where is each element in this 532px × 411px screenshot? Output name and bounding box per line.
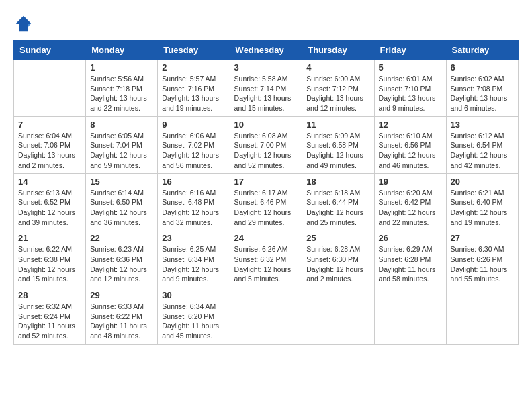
- day-info: Sunrise: 6:32 AM Sunset: 6:24 PM Dayligh…: [18, 302, 81, 341]
- day-number: 9: [162, 120, 225, 130]
- calendar-cell: 30Sunrise: 6:34 AM Sunset: 6:20 PM Dayli…: [158, 287, 230, 345]
- day-number: 15: [90, 177, 153, 187]
- calendar-cell: 29Sunrise: 6:33 AM Sunset: 6:22 PM Dayli…: [86, 287, 158, 345]
- page-header: [13, 13, 519, 34]
- day-number: 25: [306, 233, 369, 243]
- day-number: 3: [234, 62, 298, 73]
- calendar-cell: 25Sunrise: 6:28 AM Sunset: 6:30 PM Dayli…: [302, 230, 374, 287]
- day-info: Sunrise: 6:34 AM Sunset: 6:20 PM Dayligh…: [162, 302, 225, 341]
- logo: [13, 13, 36, 34]
- calendar-cell: 10Sunrise: 6:08 AM Sunset: 7:00 PM Dayli…: [230, 116, 302, 173]
- calendar-header-tuesday: Tuesday: [158, 41, 230, 60]
- day-number: 19: [379, 177, 442, 187]
- calendar-week-row: 7Sunrise: 6:04 AM Sunset: 7:06 PM Daylig…: [14, 116, 519, 173]
- day-info: Sunrise: 6:18 AM Sunset: 6:44 PM Dayligh…: [306, 188, 369, 228]
- calendar-cell: 16Sunrise: 6:16 AM Sunset: 6:48 PM Dayli…: [158, 173, 230, 230]
- calendar-cell: 26Sunrise: 6:29 AM Sunset: 6:28 PM Dayli…: [374, 230, 446, 287]
- day-info: Sunrise: 6:21 AM Sunset: 6:40 PM Dayligh…: [451, 188, 514, 228]
- day-info: Sunrise: 6:26 AM Sunset: 6:32 PM Dayligh…: [234, 244, 298, 284]
- calendar-cell: 27Sunrise: 6:30 AM Sunset: 6:26 PM Dayli…: [446, 230, 518, 287]
- day-number: 13: [451, 120, 514, 130]
- day-info: Sunrise: 6:29 AM Sunset: 6:28 PM Dayligh…: [379, 244, 442, 284]
- day-info: Sunrise: 6:09 AM Sunset: 6:58 PM Dayligh…: [306, 131, 369, 171]
- day-info: Sunrise: 6:13 AM Sunset: 6:52 PM Dayligh…: [18, 188, 81, 228]
- calendar-week-row: 14Sunrise: 6:13 AM Sunset: 6:52 PM Dayli…: [14, 173, 519, 230]
- calendar-week-row: 21Sunrise: 6:22 AM Sunset: 6:38 PM Dayli…: [14, 230, 519, 287]
- calendar-cell: [302, 287, 374, 345]
- calendar-cell: 23Sunrise: 6:25 AM Sunset: 6:34 PM Dayli…: [158, 230, 230, 287]
- calendar-header-saturday: Saturday: [446, 41, 518, 60]
- calendar-cell: [446, 287, 518, 345]
- day-number: 23: [162, 233, 225, 243]
- calendar-cell: 6Sunrise: 6:02 AM Sunset: 7:08 PM Daylig…: [446, 60, 518, 117]
- day-number: 27: [451, 233, 514, 243]
- day-info: Sunrise: 6:23 AM Sunset: 6:36 PM Dayligh…: [90, 244, 153, 284]
- day-number: 4: [306, 62, 369, 73]
- logo-icon: [13, 13, 34, 34]
- calendar-cell: 17Sunrise: 6:17 AM Sunset: 6:46 PM Dayli…: [230, 173, 302, 230]
- day-info: Sunrise: 6:12 AM Sunset: 6:54 PM Dayligh…: [451, 131, 514, 171]
- day-info: Sunrise: 6:20 AM Sunset: 6:42 PM Dayligh…: [379, 188, 442, 228]
- calendar-cell: 15Sunrise: 6:14 AM Sunset: 6:50 PM Dayli…: [86, 173, 158, 230]
- day-number: 6: [451, 62, 514, 73]
- day-info: Sunrise: 6:25 AM Sunset: 6:34 PM Dayligh…: [162, 244, 225, 284]
- calendar-header-monday: Monday: [86, 41, 158, 60]
- calendar-cell: [374, 287, 446, 345]
- calendar-cell: 1Sunrise: 5:56 AM Sunset: 7:18 PM Daylig…: [86, 60, 158, 117]
- day-number: 10: [234, 120, 298, 130]
- day-info: Sunrise: 6:17 AM Sunset: 6:46 PM Dayligh…: [234, 188, 298, 228]
- day-number: 18: [306, 177, 369, 187]
- day-number: 16: [162, 177, 225, 187]
- day-number: 1: [90, 62, 153, 73]
- calendar-cell: 9Sunrise: 6:06 AM Sunset: 7:02 PM Daylig…: [158, 116, 230, 173]
- calendar-cell: [230, 287, 302, 345]
- calendar-cell: 19Sunrise: 6:20 AM Sunset: 6:42 PM Dayli…: [374, 173, 446, 230]
- day-info: Sunrise: 5:57 AM Sunset: 7:16 PM Dayligh…: [162, 74, 225, 113]
- calendar-header-sunday: Sunday: [14, 41, 86, 60]
- calendar-cell: 28Sunrise: 6:32 AM Sunset: 6:24 PM Dayli…: [14, 287, 86, 345]
- day-number: 29: [90, 290, 153, 300]
- day-info: Sunrise: 6:08 AM Sunset: 7:00 PM Dayligh…: [234, 131, 298, 171]
- calendar-header-friday: Friday: [374, 41, 446, 60]
- day-number: 14: [18, 177, 81, 187]
- calendar-header-wednesday: Wednesday: [230, 41, 302, 60]
- calendar-cell: 20Sunrise: 6:21 AM Sunset: 6:40 PM Dayli…: [446, 173, 518, 230]
- calendar-cell: 2Sunrise: 5:57 AM Sunset: 7:16 PM Daylig…: [158, 60, 230, 117]
- day-number: 2: [162, 62, 225, 73]
- day-info: Sunrise: 6:16 AM Sunset: 6:48 PM Dayligh…: [162, 188, 225, 228]
- day-number: 11: [306, 120, 369, 130]
- calendar-cell: 7Sunrise: 6:04 AM Sunset: 7:06 PM Daylig…: [14, 116, 86, 173]
- calendar-cell: 4Sunrise: 6:00 AM Sunset: 7:12 PM Daylig…: [302, 60, 374, 117]
- day-info: Sunrise: 6:14 AM Sunset: 6:50 PM Dayligh…: [90, 188, 153, 228]
- day-number: 5: [379, 62, 442, 73]
- day-info: Sunrise: 6:28 AM Sunset: 6:30 PM Dayligh…: [306, 244, 369, 284]
- day-number: 21: [18, 233, 81, 243]
- calendar-cell: 14Sunrise: 6:13 AM Sunset: 6:52 PM Dayli…: [14, 173, 86, 230]
- day-number: 7: [18, 120, 81, 130]
- calendar-header-row: SundayMondayTuesdayWednesdayThursdayFrid…: [14, 41, 519, 60]
- day-info: Sunrise: 6:04 AM Sunset: 7:06 PM Dayligh…: [18, 131, 81, 171]
- calendar-cell: [14, 60, 86, 117]
- day-info: Sunrise: 6:01 AM Sunset: 7:10 PM Dayligh…: [379, 74, 442, 113]
- calendar-table: SundayMondayTuesdayWednesdayThursdayFrid…: [13, 40, 519, 345]
- svg-marker-1: [28, 24, 31, 28]
- calendar-cell: 18Sunrise: 6:18 AM Sunset: 6:44 PM Dayli…: [302, 173, 374, 230]
- day-info: Sunrise: 6:06 AM Sunset: 7:02 PM Dayligh…: [162, 131, 225, 171]
- calendar-cell: 12Sunrise: 6:10 AM Sunset: 6:56 PM Dayli…: [374, 116, 446, 173]
- calendar-header-thursday: Thursday: [302, 41, 374, 60]
- day-number: 20: [451, 177, 514, 187]
- day-info: Sunrise: 6:22 AM Sunset: 6:38 PM Dayligh…: [18, 244, 81, 284]
- day-info: Sunrise: 6:10 AM Sunset: 6:56 PM Dayligh…: [379, 131, 442, 171]
- day-number: 8: [90, 120, 153, 130]
- day-number: 12: [379, 120, 442, 130]
- calendar-cell: 22Sunrise: 6:23 AM Sunset: 6:36 PM Dayli…: [86, 230, 158, 287]
- day-number: 24: [234, 233, 298, 243]
- day-number: 22: [90, 233, 153, 243]
- day-info: Sunrise: 6:30 AM Sunset: 6:26 PM Dayligh…: [451, 244, 514, 284]
- calendar-week-row: 1Sunrise: 5:56 AM Sunset: 7:18 PM Daylig…: [14, 60, 519, 117]
- calendar-cell: 13Sunrise: 6:12 AM Sunset: 6:54 PM Dayli…: [446, 116, 518, 173]
- calendar-cell: 8Sunrise: 6:05 AM Sunset: 7:04 PM Daylig…: [86, 116, 158, 173]
- day-number: 28: [18, 290, 81, 300]
- day-number: 26: [379, 233, 442, 243]
- calendar-cell: 11Sunrise: 6:09 AM Sunset: 6:58 PM Dayli…: [302, 116, 374, 173]
